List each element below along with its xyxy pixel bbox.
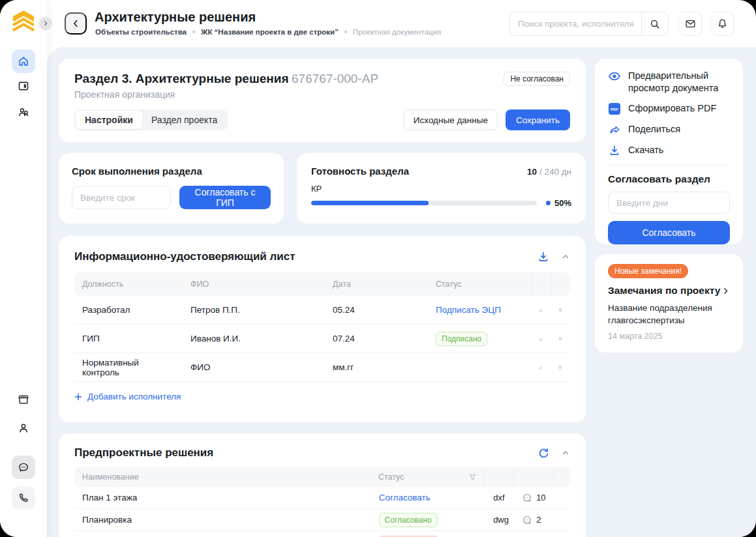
app-window: Архитектурные решения Объекты строительс… — [0, 0, 756, 537]
status-column-label: Статус — [378, 472, 404, 482]
section-header-card: Раздел 3. Архитектурные решения 676767-0… — [59, 59, 586, 142]
breadcrumb-item[interactable]: Объекты строительства — [95, 28, 187, 36]
sidebar-item-market[interactable] — [12, 388, 35, 411]
projects-icon — [18, 80, 29, 92]
sidebar-item-projects[interactable] — [12, 74, 35, 98]
save-button[interactable]: Сохранить — [506, 109, 570, 130]
search-box — [509, 12, 669, 36]
chevron-left-icon — [71, 19, 80, 28]
tab-settings[interactable]: Настройки — [76, 111, 142, 129]
trash-icon — [558, 334, 562, 344]
delete-row-button[interactable] — [551, 334, 570, 344]
collapse-section-button[interactable] — [561, 252, 570, 261]
trash-icon — [558, 362, 562, 373]
search-button[interactable] — [641, 12, 668, 35]
preview-document-action[interactable]: Предварительный просмотр документа — [608, 70, 730, 94]
progress-bar — [311, 201, 537, 205]
sidebar-item-chat[interactable] — [12, 456, 35, 479]
section-tabs: Настройки Раздел проекта — [74, 109, 228, 130]
sign-ecp-link[interactable]: Подписать ЭЦП — [436, 305, 501, 315]
cell-date: мм.гг — [325, 362, 428, 372]
tab-project-section[interactable]: Раздел проекта — [142, 111, 226, 129]
cell-name: Иванов И.И. — [183, 334, 325, 343]
cell-role: ГИП — [74, 334, 183, 343]
column-header: Дата — [325, 280, 428, 289]
breadcrumb-separator — [344, 31, 347, 33]
approve-link[interactable]: Согласовать — [379, 493, 431, 502]
remarks-date: 14 марта 2025 — [608, 332, 730, 341]
remarks-organization: Название подразделения главгосэкспертизы — [608, 302, 730, 327]
cell-file-type: dxf — [485, 493, 514, 502]
search-icon — [650, 19, 660, 29]
notifications-button[interactable] — [710, 12, 734, 36]
logo-icon — [9, 8, 38, 37]
column-header: Должность — [74, 280, 183, 289]
remarks-link[interactable]: Замечания по проекту — [608, 285, 730, 297]
storefront-icon — [18, 394, 29, 405]
approve-days-input[interactable] — [608, 192, 730, 214]
approved-badge: Согласовано — [379, 513, 438, 527]
edit-row-button[interactable] — [531, 334, 551, 344]
new-remarks-badge: Новые замечания! — [608, 264, 688, 278]
back-button[interactable] — [65, 12, 87, 35]
readiness-title: Готовность раздела — [311, 166, 409, 177]
deadline-input[interactable] — [72, 186, 171, 209]
sidebar-expand-button[interactable] — [38, 16, 53, 31]
edit-row-button[interactable] — [531, 305, 551, 315]
action-label: Предварительный просмотр документа — [628, 70, 730, 94]
refresh-icon — [538, 448, 549, 459]
comment-icon — [522, 493, 532, 503]
sidebar-item-home[interactable] — [12, 50, 35, 73]
filter-icon[interactable] — [468, 473, 477, 482]
column-header-edit — [531, 272, 551, 296]
sidebar-item-phone[interactable] — [12, 486, 35, 510]
delete-row-button[interactable] — [551, 362, 570, 373]
refresh-button[interactable] — [538, 448, 549, 459]
table-row: ГИП Иванов И.И. 07.24 Подписано — [74, 325, 570, 353]
approve-button[interactable]: Согласовать — [608, 221, 730, 244]
breadcrumb: Объекты строительства ЖК “Название проек… — [95, 28, 441, 36]
add-executor-button[interactable]: Добавить исполнителя — [74, 392, 181, 401]
predesign-title: Предпроектные решения — [74, 446, 213, 459]
sidebar-item-team[interactable] — [12, 100, 35, 124]
download-sheet-button[interactable] — [537, 251, 549, 263]
readiness-card: Готовность раздела 10 / 240 дн КР 50% — [297, 153, 586, 224]
row-menu-button[interactable] — [554, 515, 570, 525]
section-subtitle: Проектная организация — [74, 89, 570, 100]
edit-icon — [539, 305, 543, 315]
remarks-card: Новые замечания! Замечания по проекту На… — [595, 254, 743, 353]
source-data-button[interactable]: Исходные данные — [404, 109, 498, 130]
comments-button[interactable]: 2 — [514, 515, 554, 525]
generate-pdf-action[interactable]: PDF Сформировать PDF — [608, 102, 730, 115]
messages-button[interactable] — [678, 12, 703, 36]
breadcrumb-item[interactable]: ЖК “Название проекта в две строки” — [201, 28, 339, 36]
table-header-row: Наименование Статус — [74, 467, 570, 487]
section-title: Раздел 3. Архитектурные решения — [74, 72, 289, 85]
collapse-section-button[interactable] — [561, 448, 570, 457]
info-sheet-table: Должность ФИО Дата Статус Разработал Пет… — [74, 272, 570, 382]
table-row-partial — [74, 531, 570, 537]
share-action[interactable]: Поделиться — [608, 123, 730, 136]
search-input[interactable] — [510, 12, 641, 35]
days-current: 10 — [527, 167, 537, 177]
edit-icon — [539, 334, 543, 344]
deadline-title: Срок выполнения раздела — [72, 166, 271, 177]
comments-button[interactable]: 10 — [514, 493, 554, 503]
progress-dot-icon — [546, 201, 551, 205]
approve-with-gip-button[interactable]: Согласовать с ГИП — [179, 186, 271, 209]
action-label: Скачать — [628, 144, 663, 156]
download-action[interactable]: Скачать — [608, 144, 730, 157]
column-header-delete — [551, 272, 570, 296]
cell-name: ФИО — [183, 362, 325, 372]
breadcrumb-separator — [192, 31, 195, 33]
edit-row-button[interactable] — [531, 362, 551, 373]
download-icon — [537, 251, 549, 263]
status-badge: Не согласован — [504, 72, 570, 86]
sidebar — [0, 0, 47, 537]
row-menu-button[interactable] — [554, 493, 570, 502]
remarks-title: Замечания по проекту — [608, 285, 720, 297]
sidebar-item-profile[interactable] — [12, 416, 35, 440]
comment-count: 10 — [536, 493, 545, 502]
delete-row-button[interactable] — [551, 305, 570, 315]
info-sheet-card: Информационно-удостоверяющий лист Должно… — [59, 236, 586, 422]
